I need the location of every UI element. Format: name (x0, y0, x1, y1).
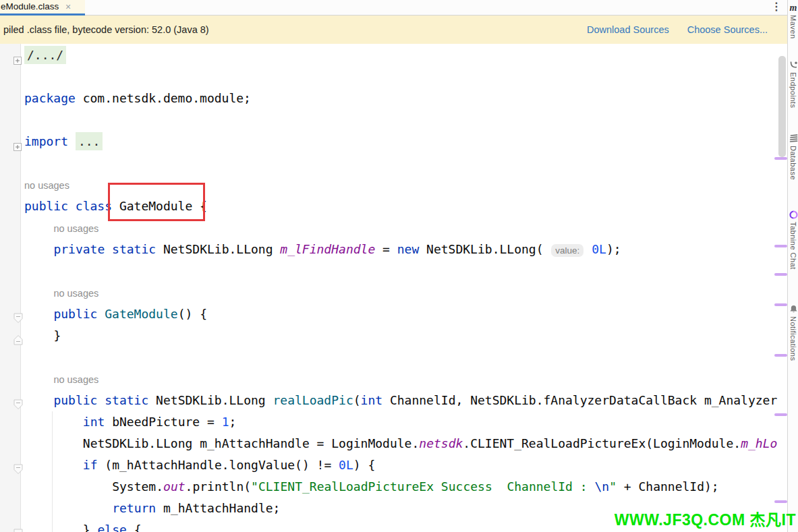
usages-hint[interactable]: no usages (24, 180, 69, 191)
fold-start-icon[interactable] (13, 525, 24, 532)
analysis-stripe-mark[interactable] (774, 303, 787, 306)
code-line[interactable]: no usages (0, 282, 787, 303)
decompiled-banner: piled .class file, bytecode version: 52.… (0, 16, 787, 44)
code-segment: netsdk (419, 436, 463, 450)
code-segment: .println( (186, 479, 252, 494)
code-segment: public (53, 307, 97, 321)
code-segment: \n (594, 479, 609, 494)
sidebar-item-label: Maven (789, 15, 797, 39)
notifications-bell-icon (789, 304, 798, 314)
sidebar-item-label: Endpoints (789, 72, 797, 108)
scrollbar-thumb[interactable] (778, 56, 786, 157)
code-line[interactable]: System.out.println("CLIENT_RealLoadPictu… (0, 476, 787, 498)
sidebar-item-notifications[interactable]: Notifications (788, 304, 798, 361)
code-segment: (m_hAttachHandle.longValue() != (97, 458, 339, 472)
tab-close-icon[interactable]: × (65, 1, 71, 12)
code-segment: } (53, 328, 61, 343)
code-segment: ( (353, 393, 361, 407)
code-line[interactable]: no usages (0, 368, 787, 390)
code-line[interactable]: package com.netsdk.demo.module; (0, 88, 787, 109)
analysis-stripe-mark[interactable] (774, 273, 787, 276)
code-segment: m_hAttachHandle; (156, 501, 280, 515)
code-line[interactable] (0, 347, 787, 368)
code-segment: package (24, 91, 76, 105)
code-segment: m_lFindHandle (280, 242, 375, 256)
code-line[interactable]: NetSDKLib.LLong m_hAttachHandle = LoginM… (0, 433, 787, 454)
code-segment: bNeedPicture = (105, 415, 221, 429)
fold-expand-icon[interactable] (13, 50, 24, 61)
code-segment: + ChannelId); (617, 479, 719, 494)
download-sources-link[interactable]: Download Sources (587, 24, 669, 35)
code-line[interactable]: private static NetSDKLib.LLong m_lFindHa… (0, 239, 787, 260)
endpoints-icon (789, 60, 798, 70)
code-segment: { (127, 523, 142, 532)
folded-region: /.../ (24, 46, 66, 64)
maven-icon: m (789, 3, 798, 13)
code-line[interactable]: int bNeedPicture = 1; (0, 411, 787, 433)
usages-hint[interactable]: no usages (53, 223, 98, 234)
sidebar-item-tabnine-chat[interactable]: Tabnine Chat (788, 210, 798, 270)
usages-hint[interactable]: no usages (53, 288, 98, 299)
code-segment: .CLIENT_RealLoadPictureEx(LoginModule. (463, 436, 741, 450)
analysis-stripe-mark[interactable] (774, 157, 787, 160)
code-segment: NetSDKLib.LLong m_hAttachHandle = LoginM… (83, 436, 420, 450)
folded-region: ... (76, 132, 103, 150)
analysis-stripe-mark[interactable] (774, 354, 787, 357)
code-line[interactable] (0, 260, 787, 282)
code-segment: System. (112, 479, 163, 494)
code-line[interactable]: import ... (0, 131, 787, 152)
analysis-stripe-mark[interactable] (774, 500, 787, 503)
code-line[interactable] (0, 66, 787, 88)
code-line[interactable]: public static NetSDKLib.LLong realLoadPi… (0, 390, 787, 411)
highlight-box (108, 183, 205, 221)
code-segment: GateModule (105, 307, 177, 321)
code-line[interactable]: } (0, 325, 787, 347)
usages-hint[interactable]: no usages (53, 374, 98, 385)
code-segment: ChannelId, NetSDKLib.fAnalyzerDataCallBa… (382, 393, 777, 407)
code-segment: m_hLo (741, 436, 777, 450)
sidebar-item-endpoints[interactable]: Endpoints (788, 60, 798, 108)
code-segment (584, 242, 592, 256)
code-segment: int (361, 393, 383, 407)
code-line[interactable] (0, 109, 787, 131)
sidebar-item-label: Database (789, 146, 797, 180)
code-segment: return (112, 501, 156, 515)
ide-window: eModule.class × ⋮ piled .class file, byt… (0, 0, 798, 532)
analysis-stripe-mark[interactable] (774, 245, 787, 247)
sidebar-item-maven[interactable]: m Maven (788, 3, 798, 39)
choose-sources-link[interactable]: Choose Sources... (687, 24, 768, 35)
tabnine-icon (789, 210, 798, 220)
code-line[interactable] (0, 152, 787, 174)
code-segment (97, 307, 105, 321)
code-line[interactable]: if (m_hAttachHandle.longValue() != 0L) { (0, 454, 787, 476)
sidebar-item-label: Notifications (789, 316, 797, 361)
code-segment: " (609, 479, 617, 494)
tab-gatemodule-class[interactable]: eModule.class × (0, 0, 85, 16)
sidebar-item-database[interactable]: Database (788, 134, 798, 180)
code-segment: public static (53, 393, 148, 407)
code-line[interactable]: /.../ (0, 45, 787, 66)
code-line[interactable]: public GateModule() { (0, 303, 787, 325)
fold-start-icon[interactable] (13, 460, 24, 471)
code-segment: } (83, 523, 98, 532)
more-menu-icon[interactable]: ⋮ (771, 0, 782, 13)
code-segment: NetSDKLib.LLong( (419, 242, 550, 256)
fold-expand-icon[interactable] (13, 136, 24, 147)
code-segment: int (83, 415, 105, 429)
code-segment: private static (53, 242, 156, 256)
code-segment: 0L (339, 458, 353, 472)
code-segment: ); (606, 242, 621, 256)
code-segment: import (24, 134, 68, 148)
fold-start-icon[interactable] (13, 395, 24, 406)
analysis-stripe-mark[interactable] (774, 413, 787, 416)
code-segment: realLoadPic (273, 393, 353, 407)
code-segment: if (83, 458, 98, 472)
parameter-name-hint: value: (551, 244, 583, 257)
tab-label: eModule.class (1, 1, 59, 11)
code-segment: 1 (222, 415, 229, 429)
fold-end-icon[interactable] (13, 330, 24, 341)
code-segment: else (97, 523, 126, 532)
code-editor[interactable]: /.../package com.netsdk.demo.module;impo… (0, 44, 787, 532)
fold-start-icon[interactable] (13, 309, 24, 320)
code-segment: ) { (353, 458, 376, 472)
